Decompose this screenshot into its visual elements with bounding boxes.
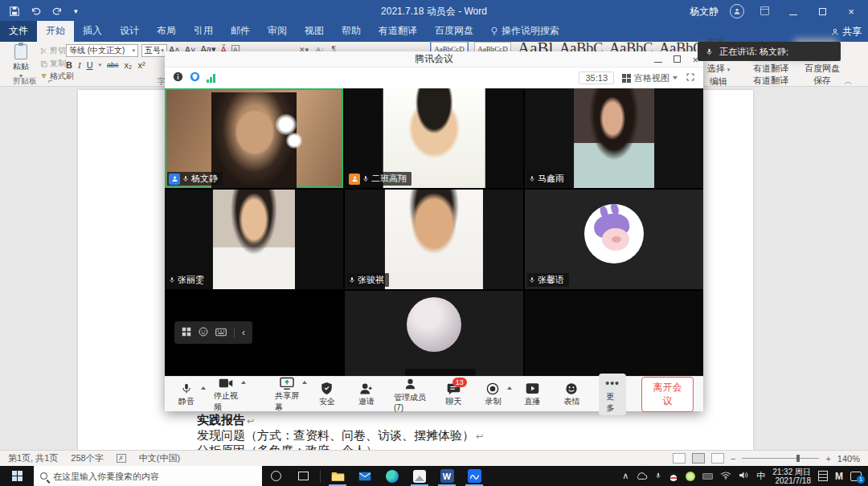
video-overlay-toolbar[interactable]: ‹ [174, 321, 252, 344]
live-button[interactable]: 直播 [520, 381, 544, 407]
share-button[interactable]: 共享 [831, 25, 862, 39]
underline-button[interactable]: U [87, 60, 93, 70]
tab-references[interactable]: 引用 [185, 21, 222, 42]
device-icon[interactable] [702, 473, 713, 480]
edit-button[interactable]: 编辑 [701, 76, 736, 88]
grid-view-selector[interactable]: 宫格视图 [622, 72, 678, 84]
qat-customize-icon[interactable]: ▾ [74, 7, 78, 15]
record-button[interactable]: 录制 [481, 381, 505, 407]
select-button[interactable]: 选择 ▾ [701, 63, 736, 76]
tab-design[interactable]: 设计 [111, 21, 148, 42]
font-size-combobox[interactable]: 五号▾ [141, 44, 167, 57]
cortana-button[interactable] [262, 466, 289, 486]
meeting-shield-icon[interactable] [190, 71, 200, 85]
zoom-in-button[interactable]: + [825, 454, 830, 464]
video-tile-camera-off[interactable]: ‹ [165, 291, 343, 376]
chat-button[interactable]: 13 聊天 [441, 381, 465, 407]
photos-button[interactable] [406, 466, 433, 486]
video-tile-gaoxiang[interactable]: 二班高翔 [345, 88, 523, 188]
stop-video-button[interactable]: 停止视频 [214, 375, 239, 413]
onedrive-icon[interactable] [636, 472, 648, 481]
edge-button[interactable] [379, 466, 406, 486]
tab-file[interactable]: 文件 [0, 21, 37, 42]
video-tile-empty[interactable] [525, 291, 703, 376]
tab-review[interactable]: 审阅 [259, 21, 296, 42]
qq-icon[interactable] [669, 472, 678, 481]
web-layout-icon[interactable] [711, 453, 724, 464]
maximize-button[interactable] [813, 6, 831, 18]
meeting-title-bar[interactable]: 腾讯会议 × [165, 51, 703, 67]
action-center-icon[interactable]: 1 [850, 472, 862, 481]
save-icon[interactable] [10, 6, 19, 16]
ime-indicator[interactable]: 中 [756, 470, 765, 482]
minimize-button[interactable] [784, 6, 802, 18]
zoom-out-button[interactable]: − [731, 454, 735, 464]
video-tile-avatar-only[interactable] [345, 291, 523, 376]
collapse-ribbon-icon[interactable]: ︿ [844, 76, 853, 88]
video-tile-zhangliwen[interactable]: 张丽雯 [165, 190, 343, 289]
im-icon[interactable]: M [835, 471, 843, 482]
tab-help[interactable]: 帮助 [333, 21, 370, 42]
mute-button[interactable]: 静音 [174, 381, 199, 407]
baidu-save-button[interactable]: 保存 [799, 75, 845, 87]
ribbon-display-options-icon[interactable] [755, 6, 773, 18]
video-tile-maxinyu[interactable]: 马鑫雨 [525, 88, 703, 188]
meeting-info-icon[interactable] [173, 71, 183, 85]
meeting-minimize-button[interactable] [654, 54, 662, 65]
close-button[interactable]: × [842, 6, 860, 18]
mail-button[interactable] [351, 466, 379, 486]
manage-members-button[interactable]: 管理成员(7) [394, 377, 426, 412]
page-indicator[interactable]: 第1页, 共1页 [8, 452, 58, 464]
wifi-icon[interactable] [720, 471, 731, 481]
redo-icon[interactable] [52, 6, 63, 16]
language-indicator[interactable]: 中文(中国) [139, 452, 180, 464]
font-name-combobox[interactable]: 等线 (中文正文)▾ [66, 44, 138, 57]
italic-button[interactable]: I [78, 60, 81, 70]
keyboard-icon[interactable] [215, 325, 227, 340]
leave-meeting-button[interactable]: 离开会议 [641, 377, 694, 412]
tencent-meeting-taskbar-button[interactable] [461, 466, 488, 486]
start-button[interactable] [0, 466, 34, 486]
video-tile-yangwenjing[interactable]: 杨文静 [165, 88, 343, 188]
tab-mailings[interactable]: 邮件 [222, 21, 259, 42]
subscript-button[interactable]: x₂ [125, 60, 133, 70]
word-count[interactable]: 258个字 [71, 452, 103, 464]
print-layout-icon[interactable] [692, 453, 705, 464]
word-taskbar-button[interactable]: W [433, 466, 461, 486]
paste-button[interactable]: 粘贴 ▾ [6, 44, 35, 80]
tray-mic-icon[interactable] [655, 471, 661, 482]
undo-icon[interactable] [31, 6, 41, 16]
tray-expand-icon[interactable]: ∧ [622, 471, 628, 481]
tab-youdao[interactable]: 有道翻译 [370, 21, 426, 42]
layout-grid-icon[interactable] [182, 325, 191, 340]
clipboard-dialog-launcher[interactable]: ⌐ [48, 76, 53, 85]
emoji-overlay-icon[interactable] [199, 325, 208, 340]
tab-home[interactable]: 开始 [37, 21, 74, 42]
taskbar-clock[interactable]: 21:32 周日 2021/7/18 [772, 468, 811, 485]
share-screen-button[interactable]: 共享屏幕 [275, 375, 300, 413]
task-view-button[interactable] [289, 466, 317, 486]
superscript-button[interactable]: x² [137, 60, 145, 70]
tab-layout[interactable]: 布局 [148, 21, 185, 42]
search-input[interactable] [53, 472, 256, 481]
collapse-overlay-icon[interactable]: ‹ [242, 327, 245, 338]
zoom-level[interactable]: 140% [837, 454, 860, 464]
zoom-slider[interactable] [742, 458, 819, 459]
youdao-translate-button[interactable]: 有道翻译 [747, 63, 794, 75]
taskbar-search[interactable] [34, 466, 262, 486]
video-tile-zhangjunqi[interactable]: 张骏祺 [345, 190, 523, 289]
account-name[interactable]: 杨文静 [690, 5, 719, 18]
bold-button[interactable]: B [66, 60, 72, 70]
meeting-maximize-button[interactable] [674, 54, 681, 65]
video-tile-zhangxinyu[interactable]: 张馨语 [525, 190, 703, 289]
emoji-button[interactable]: 表情 [559, 381, 583, 407]
tab-view[interactable]: 视图 [296, 21, 333, 42]
tab-insert[interactable]: 插入 [74, 21, 111, 42]
format-painter-button[interactable]: 格式刷 [40, 71, 74, 82]
volume-icon[interactable] [739, 471, 749, 481]
file-explorer-button[interactable] [324, 466, 351, 486]
account-avatar[interactable] [730, 4, 744, 18]
spellcheck-icon[interactable]: ✗ [117, 454, 126, 463]
360-safe-icon[interactable] [686, 472, 695, 481]
baidu-pan-button[interactable]: 百度网盘 [799, 63, 845, 75]
